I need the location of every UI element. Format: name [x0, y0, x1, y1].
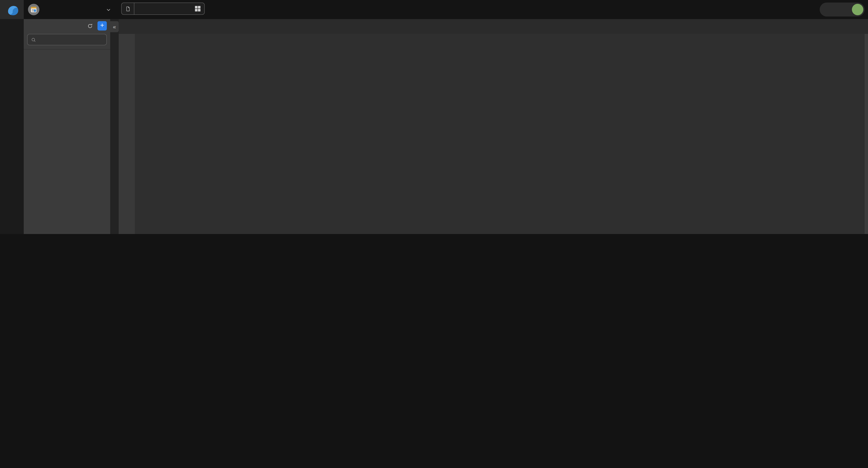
panel-collapse-strip: «	[110, 19, 119, 234]
app-thumbnail-icon	[31, 7, 36, 12]
search-icon	[31, 37, 36, 42]
project-avatar	[28, 4, 39, 15]
add-resource-button[interactable]: +	[97, 21, 107, 31]
topbar	[0, 0, 868, 19]
left-rail	[0, 19, 24, 234]
main-area	[119, 19, 868, 234]
file-path-bar	[119, 19, 868, 34]
file-icon	[122, 3, 134, 14]
resources-header: +	[24, 19, 110, 33]
search-input[interactable]	[27, 34, 107, 45]
brand-logo[interactable]	[0, 0, 24, 19]
grid-icon[interactable]	[195, 6, 200, 12]
wave-logo-icon	[5, 3, 18, 16]
code-editor[interactable]	[119, 34, 868, 234]
avatar	[852, 4, 863, 15]
editor-scrollbar[interactable]	[865, 34, 868, 234]
chevron-down-icon	[105, 7, 112, 13]
project-selector[interactable]	[28, 0, 111, 19]
resources-panel: +	[24, 19, 110, 234]
refresh-icon[interactable]	[87, 23, 93, 29]
editor-gutter	[119, 34, 135, 234]
collapse-panel-button[interactable]: «	[110, 21, 119, 32]
file-tree	[24, 49, 110, 49]
tab-app-js[interactable]	[121, 3, 205, 15]
user-menu[interactable]	[820, 3, 865, 16]
wavemaker-studio-window: + «	[0, 0, 868, 234]
